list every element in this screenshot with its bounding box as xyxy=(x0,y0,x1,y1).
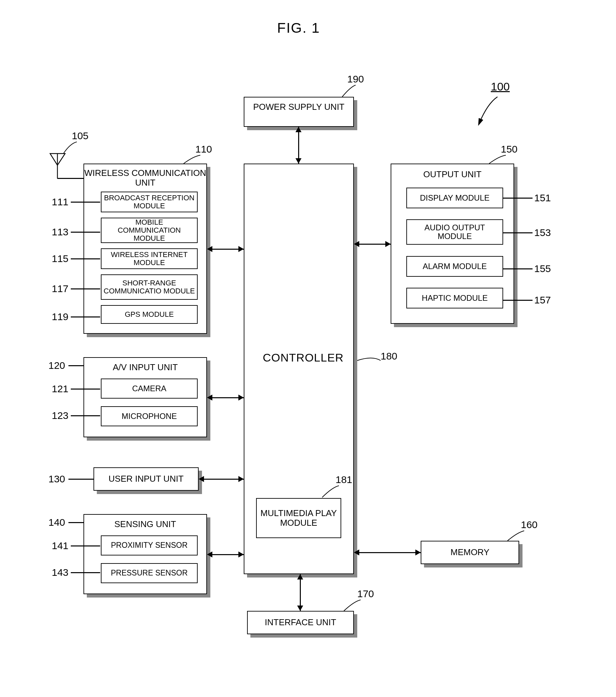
leader-line xyxy=(71,572,100,573)
memory-label: MEMORY xyxy=(421,547,518,557)
alarm-module: ALARM MODULE xyxy=(406,256,503,277)
ref-155: 155 xyxy=(534,263,551,275)
arrowhead xyxy=(207,395,212,401)
ref-170: 170 xyxy=(357,588,374,599)
microphone: MICROPHONE xyxy=(101,406,197,426)
ref-105: 105 xyxy=(72,130,88,142)
leader-line xyxy=(502,232,532,233)
ref-157: 157 xyxy=(534,294,551,306)
av-title: A/V INPUT UNIT xyxy=(84,362,206,372)
arrowhead xyxy=(354,549,359,555)
leader-line xyxy=(71,415,100,416)
wireless-title: WIRELESS COMMUNICATION UNIT xyxy=(84,168,206,187)
leader-line xyxy=(71,388,100,389)
leader-line xyxy=(502,198,532,198)
arrowhead xyxy=(354,241,359,247)
ref-113: 113 xyxy=(52,226,69,238)
leader-line xyxy=(502,268,532,269)
leader-line xyxy=(69,522,84,523)
ref-180: 180 xyxy=(381,351,397,362)
ref-143: 143 xyxy=(52,567,69,578)
antenna-wire xyxy=(57,178,84,179)
short-range-module: SHORT-RANGE COMMUNICATIO MODULE xyxy=(101,275,197,300)
haptic-module: HAPTIC MODULE xyxy=(406,288,503,309)
arrowhead xyxy=(385,241,391,247)
proximity-sensor: PROXIMITY SENSOR xyxy=(101,535,197,555)
ref-151: 151 xyxy=(534,192,551,204)
ref-111: 111 xyxy=(52,196,69,208)
ref-123: 123 xyxy=(52,410,69,421)
power-supply-unit: POWER SUPPLY UNIT xyxy=(244,97,354,127)
controller-label: CONTROLLER xyxy=(263,351,343,364)
audio-output-module: AUDIO OUTPUT MODULE xyxy=(406,219,503,245)
interface-label: INTERFACE UNIT xyxy=(248,618,353,627)
camera: CAMERA xyxy=(101,379,197,399)
wireless-internet-module: WIRELESS INTERNET MODULE xyxy=(101,248,197,269)
ref-115: 115 xyxy=(52,253,69,264)
ref-150: 150 xyxy=(501,144,517,155)
leader-line xyxy=(69,365,84,366)
sensing-title: SENSING UNIT xyxy=(84,519,206,529)
arrowhead xyxy=(238,476,244,482)
diagram-stage: FIG. 1 100 POWER SUPPLY UNIT 190 CONTROL… xyxy=(0,0,616,697)
arrowhead xyxy=(207,551,212,558)
ref-119: 119 xyxy=(52,311,69,323)
multimedia-play-module: MULTIMEDIA PLAY MODULE xyxy=(256,498,341,538)
arrowhead xyxy=(297,606,303,611)
leader-line xyxy=(71,316,100,317)
conn-userinput-controller xyxy=(202,479,244,480)
leader-line xyxy=(502,300,532,301)
controller: CONTROLLER MULTIMEDIA PLAY MODULE xyxy=(244,164,354,574)
arrowhead xyxy=(207,246,212,252)
ref-121: 121 xyxy=(52,383,69,395)
power-supply-label: POWER SUPPLY UNIT xyxy=(245,102,353,112)
ref-117: 117 xyxy=(52,283,69,294)
sensing-unit: SENSING UNIT PROXIMITY SENSOR PRESSURE S… xyxy=(84,514,207,594)
interface-unit: INTERFACE UNIT xyxy=(247,611,354,634)
pressure-sensor: PRESSURE SENSOR xyxy=(101,563,197,583)
arrow-100 xyxy=(474,93,514,134)
figure-title: FIG. 1 xyxy=(277,20,320,36)
user-input-label: USER INPUT UNIT xyxy=(94,474,198,484)
arrowhead xyxy=(415,549,421,555)
arrowhead xyxy=(297,574,303,579)
leader-line xyxy=(69,479,93,480)
output-unit: OUTPUT UNIT DISPLAY MODULE AUDIO OUTPUT … xyxy=(391,164,514,324)
ref-190: 190 xyxy=(347,73,364,85)
ref-110: 110 xyxy=(195,144,212,155)
ref-system: 100 xyxy=(491,80,510,93)
ref-140: 140 xyxy=(48,517,65,528)
arrowhead xyxy=(295,158,302,164)
leader-line xyxy=(71,258,100,259)
arrowhead xyxy=(238,395,244,401)
memory: MEMORY xyxy=(421,541,519,564)
ref-153: 153 xyxy=(534,227,551,238)
mobile-communication-module: MOBILE COMMUNICATION MODULE xyxy=(101,218,197,243)
ref-141: 141 xyxy=(52,540,69,551)
wireless-unit: WIRELESS COMMUNICATION UNIT BROADCAST RE… xyxy=(84,164,207,334)
gps-module: GPS MODULE xyxy=(101,305,197,324)
arrowhead xyxy=(238,551,244,558)
arrowhead xyxy=(295,127,302,132)
ref-120: 120 xyxy=(48,360,65,371)
conn-memory-controller xyxy=(357,552,421,553)
ref-181: 181 xyxy=(336,474,352,485)
leader-line xyxy=(71,232,100,233)
ref-130: 130 xyxy=(48,473,65,485)
leader-line xyxy=(71,202,100,203)
output-title: OUTPUT UNIT xyxy=(391,169,513,179)
user-input-unit: USER INPUT UNIT xyxy=(93,467,199,491)
leader-line xyxy=(71,546,100,547)
broadcast-reception-module: BROADCAST RECEPTION MODULE xyxy=(101,192,197,212)
display-module: DISPLAY MODULE xyxy=(406,188,503,208)
antenna-icon xyxy=(47,150,70,180)
leader-line xyxy=(71,288,100,290)
arrowhead xyxy=(238,246,244,252)
av-input-unit: A/V INPUT UNIT CAMERA MICROPHONE xyxy=(84,357,207,437)
arrowhead xyxy=(199,476,204,482)
ref-160: 160 xyxy=(521,519,538,531)
